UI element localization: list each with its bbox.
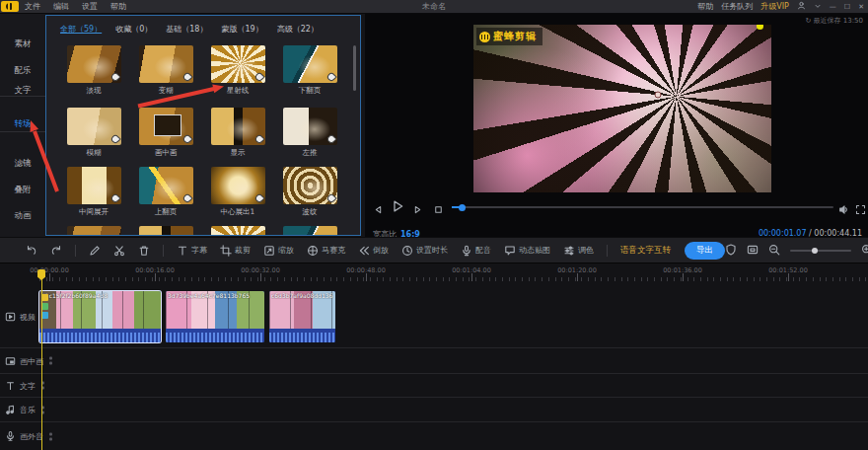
- transition-item[interactable]: 波纹: [275, 167, 344, 217]
- sidebar-item-5[interactable]: 叠附: [0, 185, 45, 196]
- transition-thumbnail[interactable]: [211, 226, 265, 236]
- sidebar-item-4[interactable]: 滤镜: [0, 158, 45, 170]
- panel-scrollbar[interactable]: [353, 45, 356, 91]
- prev-frame-button[interactable]: [373, 200, 384, 219]
- transition-item[interactable]: 下翻页: [275, 45, 344, 96]
- transition-item-partial[interactable]: [275, 226, 344, 236]
- transition-thumbnail[interactable]: [283, 167, 337, 204]
- zoomout-icon[interactable]: [768, 241, 780, 260]
- sidebar-item-6[interactable]: 动画: [0, 210, 45, 222]
- maximize-button[interactable]: ☐: [844, 3, 850, 11]
- transition-item-partial[interactable]: [203, 226, 272, 236]
- transition-item[interactable]: 星射线: [203, 45, 272, 96]
- transition-tab-1[interactable]: 收藏（0）: [115, 24, 152, 35]
- track-header-2[interactable]: 文字: [5, 380, 44, 391]
- 配音-button[interactable]: 配音: [461, 245, 491, 257]
- clip-badge-icons[interactable]: [41, 294, 48, 319]
- task-queue-button[interactable]: 任务队列: [721, 1, 753, 12]
- 马赛克-button[interactable]: 马赛克: [307, 245, 345, 257]
- transition-thumbnail[interactable]: [211, 45, 265, 83]
- 缩放-button[interactable]: 缩放: [263, 245, 294, 257]
- seek-knob[interactable]: [459, 204, 466, 211]
- 设置时长-button[interactable]: 设置时长: [401, 245, 448, 257]
- sidebar-item-1[interactable]: 配乐: [0, 65, 45, 77]
- video-viewport[interactable]: 蜜蜂剪辑: [473, 25, 771, 192]
- 动态贴图-button[interactable]: 动态贴图: [504, 245, 550, 257]
- 字幕-button[interactable]: 字幕: [177, 245, 207, 257]
- video-clip-0[interactable]: 41c15f2f2b60f89a4d8: [39, 291, 161, 342]
- transition-item[interactable]: 画中画: [131, 108, 200, 158]
- video-clip-1[interactable]: 3d739be4a64c7e8113b765: [166, 291, 264, 342]
- transition-tab-3[interactable]: 蒙版（19）: [221, 24, 262, 35]
- transition-item[interactable]: 中间展开: [59, 167, 128, 217]
- minimize-button[interactable]: —: [830, 3, 836, 11]
- 调色-button[interactable]: 调色: [563, 245, 594, 257]
- shield-icon[interactable]: [725, 241, 737, 260]
- close-button[interactable]: ✕: [858, 3, 864, 11]
- seek-bar[interactable]: [452, 206, 833, 208]
- track-header-4[interactable]: 画外音: [5, 431, 52, 442]
- track-header-1[interactable]: 画中画: [5, 355, 52, 366]
- sidebar-item-3[interactable]: 转场: [0, 118, 45, 130]
- menu-3[interactable]: 帮助: [110, 1, 126, 12]
- transition-item[interactable]: 模糊: [59, 108, 128, 158]
- transition-thumbnail[interactable]: [67, 226, 121, 236]
- transition-thumbnail[interactable]: [211, 108, 265, 145]
- playhead-line[interactable]: [41, 279, 42, 450]
- transition-thumbnail[interactable]: [139, 167, 193, 204]
- menu-1[interactable]: 编辑: [53, 1, 69, 12]
- 倒放-button[interactable]: 倒放: [358, 245, 389, 257]
- transition-tab-4[interactable]: 高级（22）: [277, 24, 319, 35]
- pencil-button[interactable]: [89, 245, 101, 257]
- transition-thumbnail[interactable]: [211, 167, 265, 204]
- speech-text-convert-button[interactable]: 语音文字互转: [620, 245, 671, 257]
- zoomin-icon[interactable]: [861, 241, 868, 260]
- transition-tab-0[interactable]: 全部（59）: [60, 24, 102, 35]
- transition-item[interactable]: 淡现: [59, 45, 128, 96]
- timeline-zoom-slider[interactable]: [790, 250, 851, 252]
- trash-button[interactable]: [138, 245, 150, 257]
- next-frame-button[interactable]: [412, 200, 423, 219]
- transition-thumbnail[interactable]: [67, 45, 121, 83]
- track-controls[interactable]: [49, 432, 52, 440]
- transition-thumbnail[interactable]: [139, 45, 193, 83]
- transition-thumbnail[interactable]: [67, 108, 121, 145]
- volume-icon[interactable]: [838, 200, 849, 219]
- transition-item[interactable]: 上翻页: [131, 167, 200, 217]
- transition-item[interactable]: 左推: [275, 108, 344, 158]
- track-controls[interactable]: [49, 357, 52, 365]
- help-menu[interactable]: 帮助: [697, 1, 713, 12]
- transition-thumbnail[interactable]: [139, 108, 193, 145]
- fitscreen-icon[interactable]: [747, 241, 759, 260]
- undo-button[interactable]: [26, 245, 37, 257]
- user-avatar-icon[interactable]: [797, 1, 806, 12]
- transition-thumbnail[interactable]: [67, 167, 121, 204]
- transition-item[interactable]: 显示: [203, 108, 272, 158]
- transition-thumbnail[interactable]: [139, 226, 193, 236]
- transition-thumbnail[interactable]: [283, 108, 337, 145]
- 裁剪-button[interactable]: 裁剪: [220, 245, 251, 257]
- app-logo-icon[interactable]: [1, 1, 19, 12]
- transition-thumbnail[interactable]: [283, 45, 337, 83]
- zoom-slider-knob[interactable]: [812, 248, 818, 254]
- export-button[interactable]: 导出: [685, 242, 725, 260]
- track-header-3[interactable]: 音乐: [5, 405, 44, 415]
- stop-button[interactable]: [433, 200, 444, 219]
- sidebar-item-0[interactable]: 素材: [0, 38, 45, 50]
- transition-item[interactable]: 中心展出1: [203, 167, 272, 217]
- menu-2[interactable]: 设置: [82, 1, 98, 12]
- play-button[interactable]: [391, 198, 404, 217]
- redo-button[interactable]: [50, 245, 62, 257]
- fullscreen-icon[interactable]: [855, 200, 866, 219]
- menu-0[interactable]: 文件: [25, 1, 40, 12]
- transition-item-partial[interactable]: [59, 226, 128, 236]
- video-clip-2[interactable]: c6d3b7af9a08dd136: [269, 291, 335, 342]
- transition-item-partial[interactable]: [131, 226, 200, 236]
- track-header-0[interactable]: 视频: [5, 312, 44, 323]
- scissors-button[interactable]: [113, 245, 125, 257]
- chevron-down-icon[interactable]: [814, 2, 822, 12]
- transition-tab-2[interactable]: 基础（18）: [166, 24, 207, 35]
- transition-thumbnail[interactable]: [283, 226, 337, 236]
- upgrade-vip-button[interactable]: 升级VIP: [760, 1, 789, 12]
- transition-item[interactable]: 变糊: [131, 45, 200, 96]
